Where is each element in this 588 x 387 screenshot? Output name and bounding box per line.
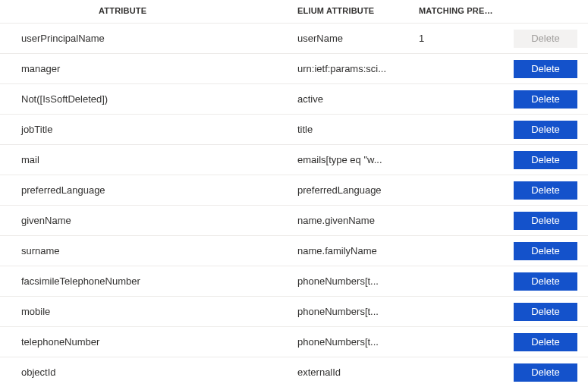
delete-button[interactable]: Delete <box>514 212 577 230</box>
cell-elium-attribute: phoneNumbers[t... <box>297 275 419 287</box>
attribute-mapping-table: ATTRIBUTE ELIUM ATTRIBUTE MATCHING PREC.… <box>0 0 588 387</box>
cell-attribute: manager <box>0 63 297 74</box>
cell-attribute: surname <box>0 245 297 256</box>
cell-elium-attribute: phoneNumbers[t... <box>297 306 419 317</box>
delete-button: Delete <box>514 30 577 48</box>
delete-button[interactable]: Delete <box>514 151 577 169</box>
table-row[interactable]: Not([IsSoftDeleted])activeDelete <box>0 84 588 115</box>
cell-elium-attribute: urn:ietf:params:sci... <box>297 63 419 74</box>
table-row[interactable]: givenNamename.givenNameDelete <box>0 206 588 236</box>
table-row[interactable]: objectIdexternalIdDelete <box>0 357 588 387</box>
cell-action: Delete <box>498 363 588 382</box>
cell-elium-attribute: userName <box>297 33 419 44</box>
header-matching-precedence: MATCHING PREC... <box>419 6 498 15</box>
cell-action: Delete <box>498 121 588 139</box>
cell-attribute: preferredLanguage <box>0 184 297 196</box>
cell-elium-attribute: name.familyName <box>297 245 419 256</box>
cell-action: Delete <box>498 212 588 230</box>
delete-button[interactable]: Delete <box>514 333 577 351</box>
table-row[interactable]: facsimileTelephoneNumberphoneNumbers[t..… <box>0 266 588 297</box>
table-row[interactable]: mailemails[type eq "w...Delete <box>0 145 588 175</box>
cell-action: Delete <box>498 272 588 291</box>
cell-attribute: userPrincipalName <box>0 33 297 44</box>
cell-action: Delete <box>498 30 588 48</box>
cell-elium-attribute: emails[type eq "w... <box>297 154 419 165</box>
cell-action: Delete <box>498 151 588 169</box>
table-row[interactable]: managerurn:ietf:params:sci...Delete <box>0 54 588 84</box>
table-row[interactable]: jobTitletitleDelete <box>0 115 588 145</box>
cell-attribute: givenName <box>0 215 297 226</box>
cell-attribute: facsimileTelephoneNumber <box>0 275 297 287</box>
table-row[interactable]: mobilephoneNumbers[t...Delete <box>0 297 588 327</box>
cell-action: Delete <box>498 333 588 351</box>
cell-action: Delete <box>498 181 588 200</box>
delete-button[interactable]: Delete <box>514 121 577 139</box>
table-row[interactable]: telephoneNumberphoneNumbers[t...Delete <box>0 327 588 357</box>
cell-action: Delete <box>498 242 588 260</box>
cell-elium-attribute: phoneNumbers[t... <box>297 336 419 348</box>
cell-elium-attribute: title <box>297 124 419 135</box>
cell-attribute: jobTitle <box>0 124 297 135</box>
header-elium-attribute: ELIUM ATTRIBUTE <box>297 6 419 15</box>
cell-elium-attribute: preferredLanguage <box>297 184 419 196</box>
delete-button[interactable]: Delete <box>514 90 577 109</box>
cell-attribute: telephoneNumber <box>0 336 297 348</box>
delete-button[interactable]: Delete <box>514 303 577 321</box>
cell-elium-attribute: name.givenName <box>297 215 419 226</box>
cell-elium-attribute: active <box>297 93 419 105</box>
cell-attribute: objectId <box>0 367 297 378</box>
delete-button[interactable]: Delete <box>514 272 577 291</box>
cell-attribute: Not([IsSoftDeleted]) <box>0 93 297 105</box>
delete-button[interactable]: Delete <box>514 242 577 260</box>
cell-matching-precedence: 1 <box>419 33 498 44</box>
delete-button[interactable]: Delete <box>514 60 577 78</box>
delete-button[interactable]: Delete <box>514 181 577 200</box>
cell-action: Delete <box>498 60 588 78</box>
table-row[interactable]: userPrincipalNameuserName1Delete <box>0 24 588 54</box>
cell-elium-attribute: externalId <box>297 367 419 378</box>
delete-button[interactable]: Delete <box>514 363 577 382</box>
table-header-row: ATTRIBUTE ELIUM ATTRIBUTE MATCHING PREC.… <box>0 0 588 24</box>
table-row[interactable]: preferredLanguagepreferredLanguageDelete <box>0 175 588 206</box>
cell-attribute: mobile <box>0 306 297 317</box>
cell-action: Delete <box>498 303 588 321</box>
cell-action: Delete <box>498 90 588 109</box>
header-attribute: ATTRIBUTE <box>0 6 297 15</box>
table-row[interactable]: surnamename.familyNameDelete <box>0 236 588 266</box>
cell-attribute: mail <box>0 154 297 165</box>
